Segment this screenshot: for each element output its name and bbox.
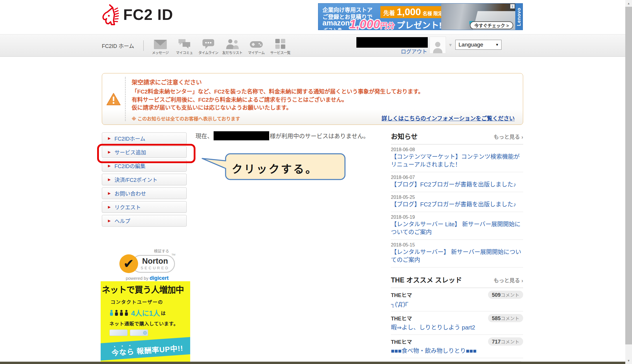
nav-item-services[interactable]: サービス一覧	[270, 36, 291, 55]
warning-footer: ※ このお知らせは全てのお客様へ表示しております 詳しくはこちらのインフォメーシ…	[132, 114, 515, 122]
thread-category: THEヒマ	[391, 338, 412, 345]
nav-item-game[interactable]: マイゲーム	[246, 36, 267, 55]
fc2id-logo[interactable]: FC2 ID	[101, 4, 173, 25]
vertical-scrollbar[interactable]: ▲ ▼	[625, 0, 632, 364]
warning-line-1: 「FC2料金未納センター」など、FC2を装った名称で、料金未納に関する通知が届く…	[132, 88, 515, 96]
amount-number: 1,000	[349, 17, 380, 30]
logout-link[interactable]: ログアウト	[401, 47, 427, 55]
language-select[interactable]: Language ▼	[455, 40, 502, 50]
thread-row: THEヒマ 585コメント	[391, 314, 523, 322]
avatar[interactable]	[430, 37, 446, 54]
promo-band: 今なら 報酬率UP中!!	[101, 337, 190, 361]
news-item: 2018-06-08 【コンテンツマーケット】コンテンツ検索機能がリニューアルさ…	[391, 144, 523, 172]
news-more-link[interactable]: もっと見る ›	[494, 133, 523, 140]
service-status-line: 現在、 様が利用中のサービスはありません。	[195, 131, 369, 140]
thread-link[interactable]: 暇⇒よし、しりとりしよう part2	[391, 324, 523, 331]
community-icon	[178, 39, 191, 49]
sidebar-item-fc2id-home[interactable]: ▶ FC2IDホーム	[102, 132, 187, 144]
redacted-username	[356, 37, 428, 48]
news-link[interactable]: 【コンテンツマーケット】コンテンツ検索機能がリニューアルされました！	[391, 153, 523, 169]
nav-item-message[interactable]: メッセージ	[150, 36, 171, 55]
sidebar-item-help[interactable]: ▶ ヘルプ	[102, 215, 187, 227]
person-icon	[124, 310, 128, 316]
news-item: 2018-05-15 【レンタルサーバー】 新サーバー展開開始についてのご案内	[391, 240, 523, 268]
banner-badge: 先着 1,000 名様 限定	[380, 6, 446, 18]
news-link[interactable]: 【ブログ】FC2ブロガーが書籍を出版しました♪	[391, 201, 523, 208]
redacted-username	[214, 131, 269, 140]
news-date: 2018-05-15	[391, 242, 523, 248]
bullet-icon: ▶	[108, 136, 111, 140]
lenovo-ad-banner[interactable]: 企業向け専用ストア ご登録とお見積りで 先着 1,000 名様 限定 amazo…	[318, 3, 523, 30]
timeline-icon	[202, 39, 215, 49]
bullet-icon: ▶	[108, 219, 111, 223]
thread-item: THEヒマ 585コメント 暇⇒よし、しりとりしよう part2	[391, 311, 523, 335]
warning-info-link[interactable]: 詳しくはこちらのインフォメーションをご覧ください	[382, 114, 515, 122]
lens-box-image	[109, 330, 128, 336]
header: FC2 ID 企業向け専用ストア ご登録とお見積りで 先着 1,000 名様 限…	[0, 0, 625, 34]
warning-note: ※ このお知らせは全てのお客様へ表示しております	[132, 115, 240, 122]
banner-cta-button[interactable]: 今すぐチェック >	[470, 21, 513, 29]
avatar-dropdown-icon[interactable]: ▼	[448, 42, 453, 47]
amazon-wordmark: amazon	[322, 19, 350, 27]
recommended-threads-section: THE オススメ スレッド もっと見る › THEヒマ 509コメント ┐('Д…	[391, 275, 523, 364]
promo-product-images	[109, 330, 190, 336]
digicert-brand: digicert	[150, 275, 169, 281]
norton-verify-link[interactable]: 検証する	[116, 248, 178, 253]
services-grid-icon	[275, 39, 286, 49]
badge-suffix: 名様 限定	[423, 10, 443, 17]
language-select-value: Language	[458, 42, 483, 48]
promo-line2: ネット通販で購入しています。	[109, 320, 190, 327]
threads-section-header: THE オススメ スレッド もっと見る ›	[391, 275, 523, 288]
norton-seal: ✔ Norton SECURED TM	[116, 254, 178, 273]
nav-item-timeline[interactable]: タイムライン	[198, 36, 219, 55]
thread-link[interactable]: ┐('Д')Γ	[391, 300, 523, 308]
trademark-label: TM	[171, 253, 175, 256]
news-link[interactable]: 【レンタルサーバー Lite】 新サーバー展開開始についてのご案内	[391, 220, 523, 236]
promo-headline: ネットで買う人増加中	[102, 283, 190, 295]
thread-category: THEヒマ	[391, 291, 412, 299]
thread-link[interactable]: ■■■食べ物・飲み物しりとり■■■	[391, 347, 523, 355]
avatar-person-icon	[432, 41, 443, 53]
comment-count-badge: 585コメント	[488, 314, 523, 322]
lenovo-wordmark: Lenovo	[515, 4, 523, 30]
person-icon	[119, 310, 123, 316]
sidebar-item-request[interactable]: ▶ リクエスト	[102, 201, 187, 213]
news-title: お知らせ	[391, 131, 418, 141]
sidebar-item-contact[interactable]: ▶ お問い合わせ	[102, 187, 187, 199]
scrollbar-thumb[interactable]	[625, 7, 632, 344]
lens-box-image	[130, 330, 148, 336]
right-column: お知らせ もっと見る › 2018-06-08 【コンテンツマーケット】コンテン…	[391, 131, 523, 364]
thread-item: THEヒマ 717コメント ■■■食べ物・飲み物しりとり■■■	[391, 335, 523, 358]
promo-ratio-row: 4人に1人 は	[109, 308, 190, 318]
warning-icon-column	[102, 73, 125, 125]
norton-brand: Norton	[141, 257, 170, 265]
badge-prefix: 先着	[383, 8, 395, 17]
warning-line-2: 有料サービスご利用後に、FC2から料金未納によるご請求を行うことはございません。	[132, 96, 515, 104]
person-icon	[109, 310, 114, 316]
nav-home-link[interactable]: FC2ID ホーム	[102, 42, 134, 49]
thread-item: THEヒマ 509コメント ┐('Д')Γ	[391, 288, 523, 311]
norton-secured-seal[interactable]: 検証する ✔ Norton SECURED TM powered by digi…	[116, 248, 178, 281]
banner-amazon: amazon ギフト券	[322, 19, 350, 30]
bullet-icon: ▶	[108, 177, 111, 182]
select-caret-icon: ▼	[495, 43, 499, 47]
contact-lens-ad-banner[interactable]: ネットで買う人増加中 コンタクトユーザーの 4人に1人 は ネット通販で購入して…	[101, 281, 190, 364]
sidebar-item-payment-points[interactable]: ▶ 決済/FC2ポイント	[102, 174, 187, 185]
threads-more-link[interactable]: もっと見る ›	[494, 276, 523, 284]
scroll-down-icon[interactable]: ▼	[625, 357, 632, 364]
threads-title: THE オススメ スレッド	[391, 275, 462, 284]
status-suffix: 様が利用中のサービスはありません。	[270, 132, 369, 140]
thread-row: THEヒマ 717コメント	[391, 337, 523, 346]
nav-service-icons: メッセージ マイコミュ タイムライン	[150, 36, 291, 55]
warning-body: 架空請求にご注意ください 「FC2料金未納センター」など、FC2を装った名称で、…	[126, 73, 523, 125]
ad-info-icon[interactable]: i	[510, 4, 515, 8]
scroll-up-icon[interactable]: ▲	[625, 0, 632, 7]
nav-item-community[interactable]: マイコミュ	[174, 36, 195, 55]
banner-line1: 企業向け専用ストア	[322, 6, 372, 13]
nav-item-friends[interactable]: 友だちリスト	[222, 36, 243, 55]
status-prefix: 現在、	[195, 132, 213, 140]
news-link[interactable]: 【レンタルサーバー】 新サーバー展開開始についてのご案内	[391, 248, 523, 264]
promo-subline: コンタクトユーザーの	[111, 298, 190, 305]
norton-secured-label: SECURED	[141, 266, 170, 270]
news-link[interactable]: 【ブログ】FC2ブロガーが書籍を出版しました♪	[391, 181, 523, 189]
